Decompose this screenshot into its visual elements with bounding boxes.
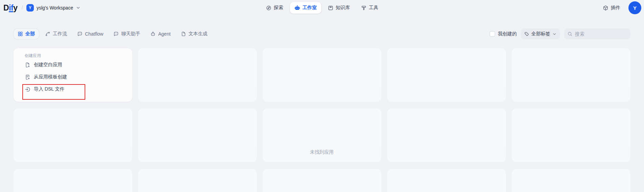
create-row-label: 创建空白应用 (34, 62, 62, 68)
breadcrumb-separator: / (21, 5, 23, 11)
import-icon (25, 87, 30, 92)
workspace-name: yslg's Workspace (37, 5, 73, 11)
knowledge-icon (328, 5, 333, 11)
created-by-me-label: 我创建的 (498, 31, 517, 37)
search-box (564, 28, 630, 39)
tab-label: 聊天助手 (121, 31, 140, 37)
logo-letter: y (13, 3, 17, 13)
tools-hammer-icon (361, 5, 367, 11)
nav-item-knowledge[interactable]: 知识库 (323, 2, 354, 14)
workspace-selector[interactable]: Y yslg's Workspace (26, 4, 81, 12)
dify-logo[interactable]: Dify (3, 3, 17, 13)
nav-item-label: 知识库 (336, 5, 350, 11)
tab-text-generation[interactable]: 文本生成 (177, 29, 212, 39)
tag-icon (524, 32, 529, 37)
chevron-down-icon (76, 5, 81, 10)
agent-robot-icon (150, 31, 156, 37)
nav-item-label: 工具 (369, 5, 378, 11)
tab-label: 全部 (25, 31, 35, 37)
tab-workflow[interactable]: 工作流 (41, 29, 71, 39)
app-card-placeholder (14, 169, 132, 192)
nav-item-tools[interactable]: 工具 (356, 2, 383, 14)
create-app-card: 创建应用 创建空白应用 从应用模板创建 导入 DSL 文件 (14, 48, 132, 102)
created-by-me-checkbox[interactable] (490, 31, 495, 37)
plugins-cube-icon (603, 5, 608, 11)
filter-right: 我创建的 全部标签 (490, 28, 630, 39)
chat-bubble-icon (113, 31, 119, 37)
app-card-placeholder (512, 48, 630, 102)
app-card-placeholder (387, 48, 506, 102)
app-header: Dify / Y yslg's Workspace 探索 工作室 知识库 工具 … (0, 0, 644, 16)
tag-filter-dropdown[interactable]: 全部标签 (521, 28, 560, 39)
app-card-placeholder (512, 109, 630, 162)
tab-chat-assistant[interactable]: 聊天助手 (109, 29, 144, 39)
logo-letter: D (3, 3, 9, 13)
nav-item-label: 工作室 (303, 5, 317, 11)
app-card-placeholder (138, 109, 257, 162)
create-blank-app-button[interactable]: 创建空白应用 (25, 59, 126, 71)
workspace-avatar: Y (26, 4, 34, 12)
tab-label: Agent (158, 31, 171, 37)
app-card-placeholder (512, 169, 630, 192)
create-row-label: 从应用模板创建 (34, 74, 67, 80)
create-app-title: 创建应用 (25, 53, 126, 59)
app-card-placeholder (263, 169, 381, 192)
nav-item-studio[interactable]: 工作室 (290, 2, 321, 14)
create-row-label: 导入 DSL 文件 (34, 86, 65, 92)
empty-state-message: 未找到应用 (310, 149, 334, 155)
logo-letters: if (9, 3, 13, 13)
tab-label: 文本生成 (188, 31, 207, 37)
app-card-placeholder (387, 169, 506, 192)
chevron-down-icon (552, 32, 557, 36)
create-from-template-button[interactable]: 从应用模板创建 (25, 71, 126, 83)
header-right: 插件 Y (600, 1, 641, 14)
workflow-icon (45, 31, 50, 37)
search-icon (567, 31, 573, 37)
tab-all[interactable]: 全部 (14, 29, 39, 39)
nav-item-explore[interactable]: 探索 (261, 2, 288, 14)
file-plus-icon (25, 62, 30, 68)
app-card-placeholder (263, 48, 381, 102)
studio-robot-icon (294, 5, 300, 11)
tab-agent[interactable]: Agent (146, 29, 175, 39)
document-icon (181, 31, 186, 37)
app-type-tabs: 全部 工作流 Chatflow 聊天助手 Agent 文本生成 (14, 29, 212, 39)
import-dsl-file-button[interactable]: 导入 DSL 文件 (25, 83, 126, 95)
filter-bar: 全部 工作流 Chatflow 聊天助手 Agent 文本生成 我创建的 (0, 28, 644, 39)
app-card-placeholder (14, 109, 132, 162)
tab-label: Chatflow (85, 31, 103, 37)
user-avatar[interactable]: Y (628, 1, 641, 14)
plugins-button[interactable]: 插件 (600, 3, 623, 13)
app-grid: 创建应用 创建空白应用 从应用模板创建 导入 DSL 文件 (14, 48, 630, 192)
main-nav: 探索 工作室 知识库 工具 (261, 0, 383, 16)
plugins-label: 插件 (611, 5, 620, 11)
search-input[interactable] (564, 28, 630, 39)
tab-chatflow[interactable]: Chatflow (73, 29, 107, 39)
file-template-icon (25, 74, 30, 80)
explore-icon (266, 5, 271, 11)
app-card-placeholder (138, 48, 257, 102)
tab-label: 工作流 (53, 31, 67, 37)
nav-item-label: 探索 (274, 5, 283, 11)
app-card-placeholder (138, 169, 257, 192)
tag-filter-label: 全部标签 (531, 31, 550, 37)
grid-icon (18, 31, 23, 37)
app-card-placeholder (387, 109, 506, 162)
created-by-me-toggle[interactable]: 我创建的 (490, 31, 517, 37)
chat-bubble-icon (77, 31, 83, 37)
